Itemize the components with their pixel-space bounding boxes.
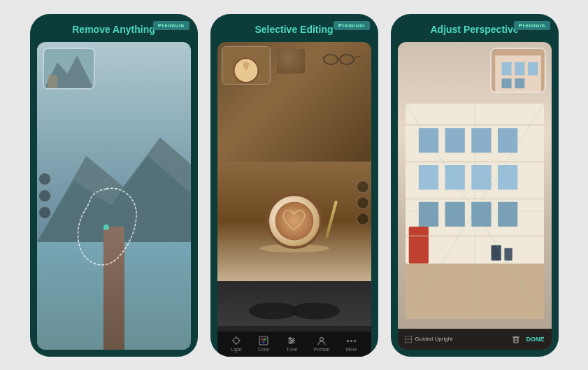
phone-card-selective: Premium Selective Editing bbox=[210, 14, 378, 357]
feet-area bbox=[217, 281, 371, 327]
svg-rect-34 bbox=[445, 128, 464, 152]
card2-toolbar: Light Color bbox=[217, 332, 371, 357]
done-button[interactable]: DONE bbox=[526, 336, 544, 343]
svg-rect-65 bbox=[514, 337, 518, 343]
svg-rect-4 bbox=[48, 75, 57, 88]
svg-rect-59 bbox=[515, 62, 524, 75]
tool-1[interactable] bbox=[38, 173, 51, 185]
tool-2[interactable] bbox=[38, 190, 51, 202]
svg-rect-46 bbox=[491, 245, 501, 260]
svg-rect-42 bbox=[445, 201, 464, 226]
svg-rect-39 bbox=[471, 165, 491, 190]
svg-rect-47 bbox=[504, 248, 512, 260]
svg-point-8 bbox=[324, 55, 338, 64]
premium-badge-3: Premium bbox=[514, 21, 550, 30]
svg-point-14 bbox=[291, 302, 340, 319]
svg-rect-58 bbox=[501, 62, 511, 75]
phone-card-perspective: Premium Adjust Perspective bbox=[391, 14, 559, 357]
toolbar-item-tune[interactable]: Tune bbox=[286, 336, 297, 352]
tool-4[interactable] bbox=[357, 180, 369, 193]
sidebar-tools-1 bbox=[38, 173, 51, 219]
premium-badge-1: Premium bbox=[153, 21, 189, 30]
toolbar-item-light[interactable]: Light bbox=[231, 336, 241, 352]
svg-rect-32 bbox=[408, 227, 428, 264]
svg-line-11 bbox=[322, 57, 324, 58]
tool-3[interactable] bbox=[38, 206, 51, 219]
svg-line-12 bbox=[354, 56, 361, 58]
toolbar-label-color: Color bbox=[258, 347, 270, 352]
svg-rect-60 bbox=[528, 62, 538, 75]
toolbar-label-more: More bbox=[346, 347, 357, 352]
drink-cup-small bbox=[277, 49, 305, 73]
phone-card-remove: Premium Remove Anything bbox=[30, 14, 198, 357]
latte-art bbox=[275, 202, 313, 241]
sidebar-tools-2 bbox=[357, 180, 369, 225]
svg-point-13 bbox=[249, 302, 298, 319]
svg-rect-37 bbox=[418, 165, 438, 190]
building-facade bbox=[406, 104, 544, 319]
thumbnail-overlay-2 bbox=[222, 46, 271, 85]
svg-point-29 bbox=[290, 342, 292, 344]
svg-rect-61 bbox=[501, 78, 511, 88]
svg-rect-38 bbox=[445, 165, 464, 190]
svg-point-21 bbox=[261, 338, 264, 341]
delete-icon[interactable] bbox=[512, 335, 520, 343]
coffee-spoon bbox=[324, 200, 337, 238]
glasses-decoration bbox=[322, 52, 361, 66]
svg-rect-62 bbox=[515, 78, 524, 88]
svg-rect-44 bbox=[498, 201, 517, 226]
svg-point-30 bbox=[320, 338, 323, 341]
toolbar-label-tune: Tune bbox=[286, 347, 297, 352]
svg-rect-41 bbox=[418, 201, 438, 226]
premium-badge-2: Premium bbox=[334, 21, 370, 30]
main-container: Premium Remove Anything bbox=[16, 0, 573, 370]
thumbnail-bg-3 bbox=[492, 49, 545, 92]
svg-rect-35 bbox=[471, 128, 491, 152]
tool-6[interactable] bbox=[357, 213, 369, 225]
svg-point-23 bbox=[262, 341, 265, 343]
toolbar-label-light: Light bbox=[231, 347, 241, 352]
svg-rect-43 bbox=[471, 201, 491, 226]
svg-point-9 bbox=[340, 55, 354, 64]
lasso-selection bbox=[68, 182, 145, 273]
svg-point-22 bbox=[264, 338, 266, 341]
card2-middle-section bbox=[217, 162, 371, 281]
coffee-cup bbox=[266, 193, 322, 249]
svg-rect-40 bbox=[498, 165, 517, 190]
card3-bottom-bar: Guided Upright DONE bbox=[398, 329, 552, 350]
card2-screen: Light Color bbox=[217, 42, 371, 357]
guided-icon bbox=[405, 336, 412, 343]
tool-5[interactable] bbox=[357, 197, 369, 209]
toolbar-item-color[interactable]: Color bbox=[258, 336, 270, 352]
svg-point-5 bbox=[103, 225, 109, 230]
guided-upright-label: Guided Upright bbox=[415, 336, 453, 342]
thumbnail-overlay-1 bbox=[43, 48, 95, 90]
card1-screen bbox=[37, 42, 191, 350]
toolbar-item-portrait[interactable]: Portrait bbox=[314, 336, 330, 352]
thumbnail-bg-1 bbox=[44, 49, 94, 88]
svg-point-27 bbox=[289, 338, 292, 340]
card3-screen: Guided Upright DONE bbox=[398, 42, 552, 350]
toolbar-label-portrait: Portrait bbox=[314, 347, 330, 352]
thumbnail-overlay-3 bbox=[490, 48, 546, 93]
svg-rect-33 bbox=[418, 128, 438, 152]
svg-point-28 bbox=[292, 340, 294, 342]
coffee-cup-wrapper bbox=[266, 193, 322, 249]
thumbnail-bg-2 bbox=[222, 47, 270, 84]
svg-point-15 bbox=[234, 338, 239, 343]
card2-top-section bbox=[217, 42, 371, 162]
toolbar-item-more[interactable]: More bbox=[346, 336, 357, 352]
